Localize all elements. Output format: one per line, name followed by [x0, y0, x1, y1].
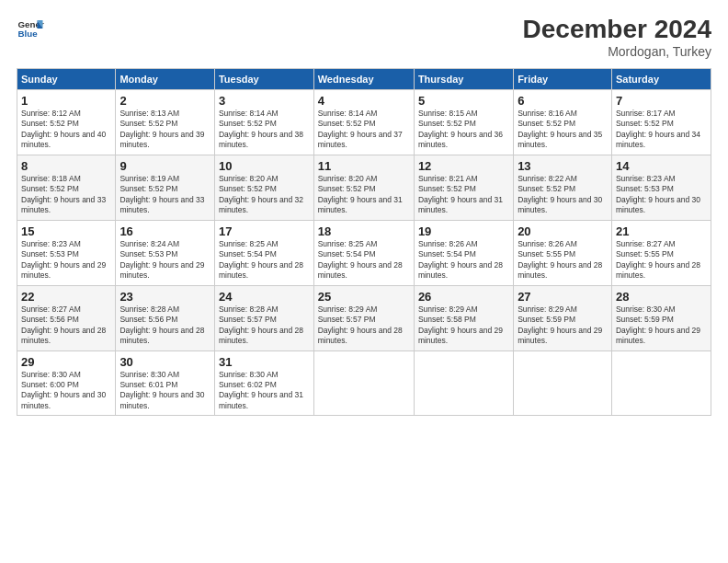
header: General Blue December 2024 Mordogan, Tur…: [17, 15, 711, 59]
day-info: Sunrise: 8:29 AM Sunset: 5:59 PM Dayligh…: [518, 304, 608, 347]
day-number: 13: [518, 159, 608, 173]
day-cell: 10Sunrise: 8:20 AM Sunset: 5:52 PM Dayli…: [214, 155, 313, 220]
day-cell: 6Sunrise: 8:16 AM Sunset: 5:52 PM Daylig…: [514, 90, 612, 155]
day-number: 14: [616, 159, 707, 173]
day-number: 2: [119, 94, 210, 108]
day-cell: 8Sunrise: 8:18 AM Sunset: 5:52 PM Daylig…: [17, 155, 116, 220]
svg-text:Blue: Blue: [18, 29, 39, 39]
day-cell: 31Sunrise: 8:30 AM Sunset: 6:02 PM Dayli…: [214, 350, 313, 416]
day-info: Sunrise: 8:30 AM Sunset: 6:02 PM Dayligh…: [219, 370, 310, 412]
day-cell: 29Sunrise: 8:30 AM Sunset: 6:00 PM Dayli…: [17, 350, 116, 416]
header-cell-monday: Monday: [116, 69, 215, 90]
day-cell: 22Sunrise: 8:27 AM Sunset: 5:56 PM Dayli…: [17, 285, 116, 350]
day-cell: 23Sunrise: 8:28 AM Sunset: 5:56 PM Dayli…: [116, 285, 215, 350]
day-number: 16: [119, 224, 210, 238]
day-info: Sunrise: 8:18 AM Sunset: 5:52 PM Dayligh…: [21, 174, 111, 216]
week-row-1: 1Sunrise: 8:12 AM Sunset: 5:52 PM Daylig…: [17, 90, 711, 155]
day-cell: 18Sunrise: 8:25 AM Sunset: 5:54 PM Dayli…: [313, 220, 414, 285]
day-info: Sunrise: 8:22 AM Sunset: 5:52 PM Dayligh…: [518, 174, 608, 216]
day-cell: 17Sunrise: 8:25 AM Sunset: 5:54 PM Dayli…: [214, 220, 313, 285]
calendar-body: 1Sunrise: 8:12 AM Sunset: 5:52 PM Daylig…: [17, 90, 711, 416]
day-info: Sunrise: 8:30 AM Sunset: 6:01 PM Dayligh…: [119, 370, 210, 412]
day-cell: 16Sunrise: 8:24 AM Sunset: 5:53 PM Dayli…: [116, 220, 215, 285]
day-info: Sunrise: 8:20 AM Sunset: 5:52 PM Dayligh…: [318, 174, 410, 216]
day-cell: 5Sunrise: 8:15 AM Sunset: 5:52 PM Daylig…: [414, 90, 513, 155]
calendar-table: SundayMondayTuesdayWednesdayThursdayFrid…: [17, 68, 711, 416]
day-cell: 28Sunrise: 8:30 AM Sunset: 5:59 PM Dayli…: [611, 285, 711, 350]
day-cell: 11Sunrise: 8:20 AM Sunset: 5:52 PM Dayli…: [313, 155, 414, 220]
header-cell-thursday: Thursday: [414, 69, 513, 90]
day-number: 6: [518, 94, 608, 108]
calendar-header: SundayMondayTuesdayWednesdayThursdayFrid…: [17, 69, 711, 90]
day-info: Sunrise: 8:24 AM Sunset: 5:53 PM Dayligh…: [119, 239, 210, 282]
day-info: Sunrise: 8:28 AM Sunset: 5:57 PM Dayligh…: [219, 304, 310, 347]
day-number: 7: [616, 94, 707, 108]
day-info: Sunrise: 8:15 AM Sunset: 5:52 PM Dayligh…: [418, 109, 509, 151]
day-number: 17: [219, 224, 310, 238]
day-number: 28: [616, 290, 707, 304]
day-number: 10: [219, 159, 310, 173]
day-number: 22: [21, 290, 111, 304]
day-cell: 7Sunrise: 8:17 AM Sunset: 5:52 PM Daylig…: [611, 90, 711, 155]
day-cell: 2Sunrise: 8:13 AM Sunset: 5:52 PM Daylig…: [116, 90, 215, 155]
day-cell: 3Sunrise: 8:14 AM Sunset: 5:52 PM Daylig…: [214, 90, 313, 155]
day-number: 30: [119, 355, 210, 369]
day-info: Sunrise: 8:14 AM Sunset: 5:52 PM Dayligh…: [219, 109, 310, 151]
header-cell-friday: Friday: [514, 69, 612, 90]
day-cell: 20Sunrise: 8:26 AM Sunset: 5:55 PM Dayli…: [514, 220, 612, 285]
day-info: Sunrise: 8:26 AM Sunset: 5:55 PM Dayligh…: [518, 239, 608, 282]
day-number: 26: [418, 290, 509, 304]
day-info: Sunrise: 8:23 AM Sunset: 5:53 PM Dayligh…: [616, 174, 707, 216]
week-row-3: 15Sunrise: 8:23 AM Sunset: 5:53 PM Dayli…: [17, 220, 711, 285]
day-info: Sunrise: 8:29 AM Sunset: 5:58 PM Dayligh…: [418, 304, 509, 347]
day-number: 31: [219, 355, 310, 369]
header-cell-saturday: Saturday: [611, 69, 711, 90]
day-cell: 19Sunrise: 8:26 AM Sunset: 5:54 PM Dayli…: [414, 220, 513, 285]
day-cell: [611, 350, 711, 416]
day-number: 29: [21, 355, 111, 369]
day-info: Sunrise: 8:26 AM Sunset: 5:54 PM Dayligh…: [418, 239, 509, 282]
day-number: 9: [119, 159, 210, 173]
day-info: Sunrise: 8:27 AM Sunset: 5:56 PM Dayligh…: [21, 304, 111, 347]
header-row: SundayMondayTuesdayWednesdayThursdayFrid…: [17, 69, 711, 90]
main-title: December 2024: [523, 15, 711, 44]
day-cell: [313, 350, 414, 416]
logo: General Blue: [17, 15, 44, 42]
day-number: 24: [219, 290, 310, 304]
day-number: 20: [518, 224, 608, 238]
day-cell: [514, 350, 612, 416]
day-cell: 4Sunrise: 8:14 AM Sunset: 5:52 PM Daylig…: [313, 90, 414, 155]
day-cell: 9Sunrise: 8:19 AM Sunset: 5:52 PM Daylig…: [116, 155, 215, 220]
day-cell: 13Sunrise: 8:22 AM Sunset: 5:52 PM Dayli…: [514, 155, 612, 220]
day-cell: 26Sunrise: 8:29 AM Sunset: 5:58 PM Dayli…: [414, 285, 513, 350]
day-info: Sunrise: 8:29 AM Sunset: 5:57 PM Dayligh…: [318, 304, 410, 347]
day-info: Sunrise: 8:27 AM Sunset: 5:55 PM Dayligh…: [616, 239, 707, 282]
day-number: 18: [318, 224, 410, 238]
day-cell: 1Sunrise: 8:12 AM Sunset: 5:52 PM Daylig…: [17, 90, 116, 155]
day-cell: 24Sunrise: 8:28 AM Sunset: 5:57 PM Dayli…: [214, 285, 313, 350]
day-info: Sunrise: 8:25 AM Sunset: 5:54 PM Dayligh…: [318, 239, 410, 282]
day-number: 4: [318, 94, 410, 108]
day-info: Sunrise: 8:28 AM Sunset: 5:56 PM Dayligh…: [119, 304, 210, 347]
title-block: December 2024 Mordogan, Turkey: [523, 15, 711, 59]
day-cell: 25Sunrise: 8:29 AM Sunset: 5:57 PM Dayli…: [313, 285, 414, 350]
week-row-5: 29Sunrise: 8:30 AM Sunset: 6:00 PM Dayli…: [17, 350, 711, 416]
day-number: 11: [318, 159, 410, 173]
header-cell-tuesday: Tuesday: [214, 69, 313, 90]
day-info: Sunrise: 8:17 AM Sunset: 5:52 PM Dayligh…: [616, 109, 707, 151]
day-number: 3: [219, 94, 310, 108]
calendar-page: General Blue December 2024 Mordogan, Tur…: [0, 0, 728, 563]
day-info: Sunrise: 8:25 AM Sunset: 5:54 PM Dayligh…: [219, 239, 310, 282]
day-cell: 30Sunrise: 8:30 AM Sunset: 6:01 PM Dayli…: [116, 350, 215, 416]
day-number: 12: [418, 159, 509, 173]
day-number: 23: [119, 290, 210, 304]
subtitle: Mordogan, Turkey: [523, 44, 711, 59]
day-info: Sunrise: 8:30 AM Sunset: 5:59 PM Dayligh…: [616, 304, 707, 347]
day-number: 5: [418, 94, 509, 108]
header-cell-wednesday: Wednesday: [313, 69, 414, 90]
day-info: Sunrise: 8:30 AM Sunset: 6:00 PM Dayligh…: [21, 370, 111, 412]
week-row-4: 22Sunrise: 8:27 AM Sunset: 5:56 PM Dayli…: [17, 285, 711, 350]
day-info: Sunrise: 8:13 AM Sunset: 5:52 PM Dayligh…: [119, 109, 210, 151]
day-info: Sunrise: 8:20 AM Sunset: 5:52 PM Dayligh…: [219, 174, 310, 216]
day-info: Sunrise: 8:16 AM Sunset: 5:52 PM Dayligh…: [518, 109, 608, 151]
